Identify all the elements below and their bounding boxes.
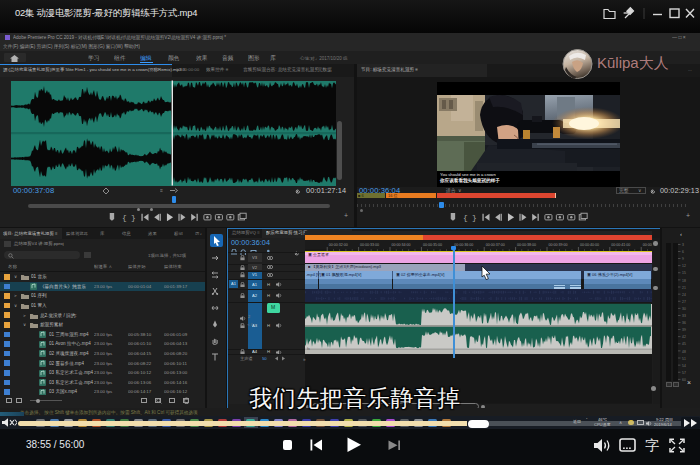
svg-text:3: 3 [682, 243, 684, 247]
svg-text:27: 27 [682, 300, 686, 304]
svg-text:42: 42 [682, 335, 686, 339]
svg-text:24: 24 [682, 293, 686, 297]
svg-text:33: 33 [682, 314, 686, 318]
svg-text:39: 39 [682, 328, 686, 332]
svg-text:6: 6 [682, 250, 684, 254]
svg-text:12: 12 [682, 264, 686, 268]
svg-text:9: 9 [682, 257, 684, 261]
svg-text:36: 36 [682, 321, 686, 325]
svg-text:15: 15 [682, 271, 686, 275]
svg-text:57: 57 [682, 371, 686, 375]
svg-text:18: 18 [682, 279, 686, 283]
svg-text:51: 51 [682, 357, 686, 361]
svg-text:21: 21 [682, 286, 686, 290]
svg-text:30: 30 [682, 307, 686, 311]
svg-text:45: 45 [682, 342, 686, 346]
svg-text:48: 48 [682, 350, 686, 354]
svg-text:54: 54 [682, 364, 686, 368]
svg-text:60: 60 [682, 378, 686, 382]
